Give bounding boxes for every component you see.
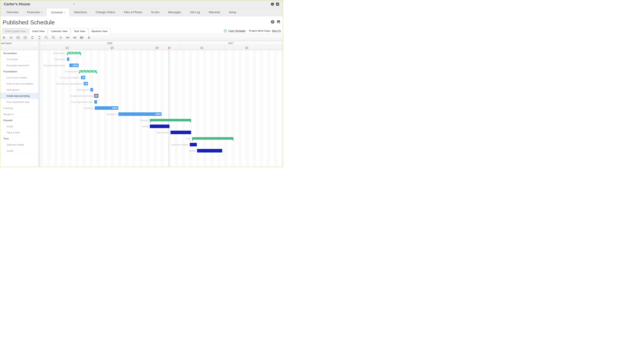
task-bar[interactable] [90,88,93,92]
gantt-row: Foundation [40,68,283,75]
summary-bar[interactable] [79,70,97,73]
task-row[interactable]: Install [0,123,39,130]
quarter-header: Q3 [90,45,135,50]
tab-task-view[interactable]: Task View [71,28,88,34]
gantt-task-label: Tape & Bed [40,131,169,134]
task-row[interactable]: Framing [0,105,39,111]
expand-icon[interactable] [37,36,41,40]
tab-calendar-view[interactable]: Calendar View [48,28,70,34]
tab-warranty[interactable]: Warranty [204,8,224,16]
tab-setup[interactable]: Setup [224,8,241,16]
project-header: Carter's House ▾ i [0,0,283,8]
delete-icon[interactable] [9,36,13,40]
tab-overview[interactable]: Overview [2,8,23,16]
gantt-chart[interactable]: 20162017 Q2Q3Q4Q1Q2 ExcavationCut drives… [40,41,283,167]
task-row[interactable]: Cut & pour footers [0,75,39,81]
tab-financials[interactable]: Financials▾ [23,8,46,16]
task-row[interactable]: Excavation [0,50,39,56]
summary-bar[interactable] [150,119,191,121]
svg-rect-13 [59,37,62,38]
gantt-task-label: Selection Made [40,143,188,146]
task-bar[interactable]: 10 [84,82,88,85]
task-bar[interactable] [94,100,97,104]
indent-icon[interactable] [16,36,20,40]
task-bar[interactable] [150,125,170,128]
task-row[interactable]: Pour basement slab [0,99,39,105]
task-row[interactable]: Install [0,148,39,154]
task-row[interactable]: Install slab plumbing [0,93,39,99]
arrow-left-icon[interactable] [66,36,70,40]
gantt-task-label: Install [40,150,195,152]
task-bar[interactable]: 100% [118,112,162,116]
svg-text:?: ? [272,20,273,23]
gantt-task-label: Install [40,125,148,128]
tab-messages[interactable]: Messages [164,8,185,16]
task-row[interactable]: Rough-in [0,111,39,117]
tab-todos[interactable]: To-dos [147,8,164,16]
tab-change-orders[interactable]: Change Orders [91,8,119,16]
project-title[interactable]: Carter's House [4,2,30,6]
gantt-task-label: Slab gravel [40,89,89,91]
gantt-row: Selection Made [40,142,283,148]
gantt-task-label: Foundation [40,70,77,73]
gantt-task-label: Drywall [40,119,148,122]
task-row[interactable]: Drywall [0,117,39,123]
task-list: ask Name ExcavationCut drivesExcavate ba… [0,41,39,167]
gantt-row: Slab gravel [40,87,283,93]
outdent-icon[interactable] [23,36,27,40]
tab-schedule[interactable]: Schedule▾ [46,8,70,16]
tab-gantt-view[interactable]: Gantt View [29,28,47,34]
arrow-right-icon[interactable] [73,36,77,40]
quarter-header: Q4 [135,45,179,50]
info-icon[interactable]: i [271,2,274,6]
zoom-in-icon[interactable] [51,36,56,40]
task-row[interactable]: Trim [0,135,39,142]
task-bar[interactable]: 100% [69,64,79,67]
quarter-header: Q2 [224,45,269,50]
task-bar[interactable]: 100% [95,106,118,110]
gantt-row: Framing100% [40,105,283,111]
tab-field-update-view[interactable]: Field Update View [2,28,29,34]
project-dropdown-icon[interactable]: ▾ [73,3,75,5]
task-bar[interactable] [190,143,197,146]
task-bar[interactable] [67,57,69,61]
tab-baseline-view[interactable]: Baseline View [89,28,110,34]
task-row[interactable]: Slab gravel [0,87,39,93]
collapse-icon[interactable] [30,36,35,40]
gantt-task-label: Excavation [40,52,65,55]
copy-template-link[interactable]: Copy Template [224,29,245,33]
task-row[interactable]: Cut drives [0,56,39,62]
gantt-row: Trim [40,135,283,142]
gantt-row: Cut & pour footers10 [40,75,283,81]
task-row[interactable]: Tape & Bed [0,130,39,135]
gantt-row: Cut drives [40,56,283,62]
gantt-row: Tape & Bed [40,130,283,135]
flame-icon[interactable] [87,36,91,40]
task-bar[interactable]: 10 [81,76,85,79]
svg-rect-5 [277,20,280,21]
checkbox-icon[interactable] [276,2,279,6]
tab-files-photos[interactable]: Files & Photos [119,8,147,16]
task-row[interactable]: Excavate basement [0,62,39,68]
gantt-task-label: Install slab plumbing [40,95,93,97]
work-days-value[interactable]: Mon-Fri [272,29,281,32]
task-row[interactable]: Foundation [0,68,39,75]
summary-bar[interactable] [67,52,81,54]
add-icon[interactable] [2,36,6,40]
tag-icon[interactable] [80,36,84,40]
task-bar[interactable] [197,149,222,153]
task-bar[interactable] [171,131,191,134]
tab-selections[interactable]: Selections [70,8,91,16]
task-row[interactable]: Erect & pour foundation [0,81,39,87]
summary-bar[interactable] [192,137,233,140]
gantt-row: Excavate basement100% [40,62,283,68]
print-icon[interactable] [276,20,280,24]
tab-job-log[interactable]: Job Log [185,8,204,16]
view-tabs: Field Update View Gantt View Calendar Vi… [0,28,283,34]
zoom-out-icon[interactable] [44,36,49,40]
column-splitter[interactable] [39,41,40,167]
task-row[interactable]: Selection Made [0,142,39,148]
task-bar[interactable]: 10 [94,94,98,97]
help-icon[interactable]: ? [271,20,274,24]
pan-icon[interactable] [58,36,63,40]
